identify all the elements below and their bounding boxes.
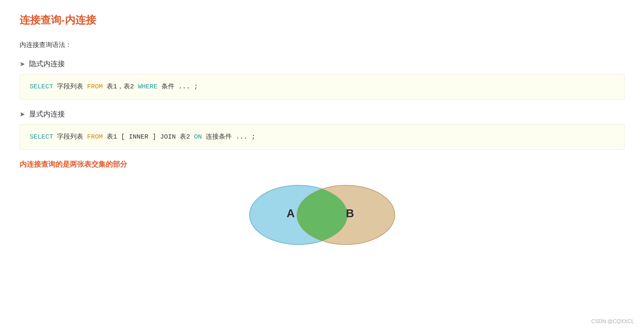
venn-label-a: A bbox=[286, 207, 294, 219]
keyword-select-1: SELECT bbox=[30, 83, 53, 90]
section-title-implicit: 隐式内连接 bbox=[29, 59, 65, 69]
code-inner-join: [ INNER ] JOIN bbox=[121, 133, 176, 141]
subtitle: 内连接查询语法： bbox=[20, 40, 624, 49]
code-tables-1: 表1，表2 bbox=[103, 83, 138, 90]
section-implicit: ➤ 隐式内连接 SELECT 字段列表 FROM 表1，表2 WHERE 条件 … bbox=[20, 59, 624, 99]
code-condition-1: 条件 ... ; bbox=[157, 83, 198, 90]
venn-label-b: B bbox=[346, 207, 354, 219]
section-header-explicit: ➤ 显式内连接 bbox=[20, 109, 624, 119]
code-condition-2: 连接条件 ... ; bbox=[202, 133, 255, 141]
page-title: 连接查询-内连接 bbox=[20, 13, 624, 27]
code-block-explicit: SELECT 字段列表 FROM 表1 [ INNER ] JOIN 表2 ON… bbox=[20, 124, 624, 150]
code-block-implicit: SELECT 字段列表 FROM 表1，表2 WHERE 条件 ... ; bbox=[20, 74, 624, 99]
arrow-icon-1: ➤ bbox=[20, 60, 25, 68]
venn-diagram-container: A B bbox=[20, 182, 624, 248]
keyword-from-2: FROM bbox=[87, 133, 103, 141]
section-header-implicit: ➤ 隐式内连接 bbox=[20, 59, 624, 69]
keyword-select-2: SELECT bbox=[30, 133, 53, 141]
section-title-explicit: 显式内连接 bbox=[29, 109, 65, 119]
arrow-icon-2: ➤ bbox=[20, 110, 25, 118]
keyword-on: ON bbox=[194, 133, 202, 141]
code-fields-2: 字段列表 bbox=[53, 133, 87, 141]
watermark: CSDN @CQXXCL bbox=[591, 319, 634, 324]
code-fields-1: 字段列表 bbox=[53, 83, 87, 90]
code-table1-2: 表1 bbox=[103, 133, 121, 141]
keyword-where-1: WHERE bbox=[138, 83, 157, 90]
note-text: 内连接查询的是两张表交集的部分 bbox=[20, 159, 624, 169]
section-explicit: ➤ 显式内连接 SELECT 字段列表 FROM 表1 [ INNER ] JO… bbox=[20, 109, 624, 150]
code-table2-2: 表2 bbox=[176, 133, 194, 141]
keyword-from-1: FROM bbox=[87, 83, 103, 90]
venn-diagram: A B bbox=[231, 182, 413, 248]
